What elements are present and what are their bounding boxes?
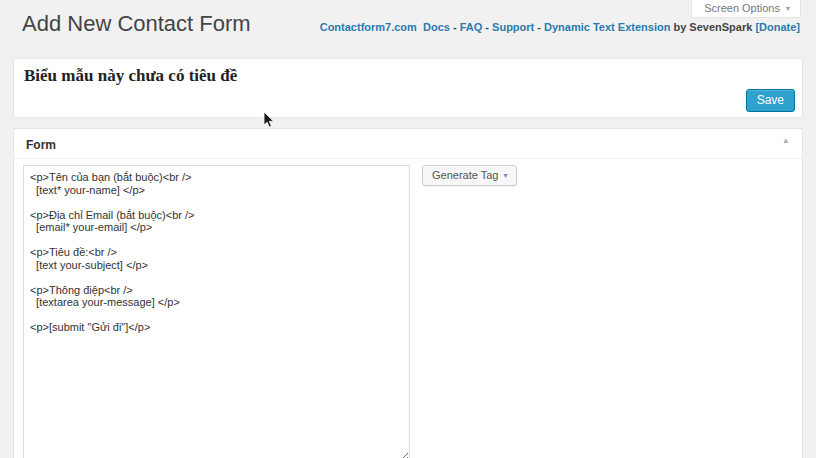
generate-tag-button[interactable]: Generate Tag ▾	[422, 165, 517, 186]
form-title-box: Biểu mẫu này chưa có tiêu đề Save	[13, 58, 803, 118]
chevron-down-icon: ▾	[786, 4, 790, 13]
support-link[interactable]: Support	[492, 21, 534, 33]
form-panel-title: Form	[26, 138, 56, 152]
form-template-textarea[interactable]: <p>Tên của bạn (bắt buộc)<br /> [text* y…	[23, 165, 410, 458]
by-text: by	[670, 21, 689, 33]
sevenspark-text: SevenSpark	[689, 21, 752, 33]
form-untitled-heading[interactable]: Biểu mẫu này chưa có tiêu đề	[14, 59, 802, 86]
form-panel-header[interactable]: Form ▴	[14, 129, 802, 159]
link-separator: -	[482, 21, 492, 33]
screen-options-tab[interactable]: Screen Options ▾	[691, 0, 801, 18]
add-contact-form-page: { "page": { "title": "Add New Contact Fo…	[0, 0, 816, 458]
generate-tag-label: Generate Tag	[432, 169, 498, 181]
docs-link[interactable]: Docs	[423, 21, 450, 33]
donate-link[interactable]: [Donate]	[755, 21, 800, 33]
contactform7-link[interactable]: Contactform7.com	[320, 21, 417, 33]
link-separator: -	[450, 21, 460, 33]
chevron-down-icon: ▾	[503, 171, 507, 180]
save-button[interactable]: Save	[746, 89, 795, 112]
dynamic-text-extension-link[interactable]: Dynamic Text Extension	[544, 21, 670, 33]
form-panel: Form ▴ <p>Tên của bạn (bắt buộc)<br /> […	[13, 128, 803, 458]
tag-generator-column: Generate Tag ▾	[422, 165, 517, 186]
header-links: Contactform7.com Docs - FAQ - Support - …	[320, 21, 800, 33]
faq-link[interactable]: FAQ	[460, 21, 483, 33]
screen-options-label: Screen Options	[704, 2, 780, 14]
link-separator: -	[534, 21, 544, 33]
panel-toggle-icon[interactable]: ▴	[783, 135, 788, 145]
form-panel-body: <p>Tên của bạn (bắt buộc)<br /> [text* y…	[14, 159, 802, 458]
page-title: Add New Contact Form	[22, 10, 251, 39]
